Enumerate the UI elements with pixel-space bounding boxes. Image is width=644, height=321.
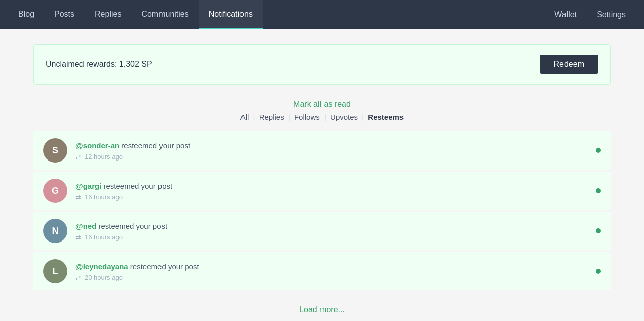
notification-body: @leynedayana resteemed your post⇄20 hour… bbox=[75, 261, 588, 282]
notification-body: @sonder-an resteemed your post⇄12 hours … bbox=[75, 140, 588, 161]
unread-dot bbox=[596, 228, 601, 233]
nav-item-posts[interactable]: Posts bbox=[44, 0, 85, 29]
unread-dot bbox=[596, 269, 601, 274]
notification-text: @ned resteemed your post bbox=[75, 221, 588, 231]
notification-time: ⇄16 hours ago bbox=[75, 193, 588, 201]
unread-dot bbox=[596, 148, 601, 153]
nav-item-wallet[interactable]: Wallet bbox=[544, 10, 587, 19]
unread-dot bbox=[596, 188, 601, 193]
notification-username[interactable]: @sonder-an bbox=[75, 141, 119, 150]
avatar: L bbox=[43, 259, 67, 283]
nav-item-blog[interactable]: Blog bbox=[8, 0, 44, 29]
main-content: Unclaimed rewards: 1.302 SP Redeem Mark … bbox=[25, 29, 619, 321]
nav-item-replies[interactable]: Replies bbox=[85, 0, 131, 29]
nav-item-settings[interactable]: Settings bbox=[587, 10, 636, 19]
filter-link-upvotes[interactable]: Upvotes bbox=[330, 113, 358, 121]
filter-separator: | bbox=[360, 113, 366, 121]
filter-link-follows[interactable]: Follows bbox=[294, 113, 320, 121]
time-text: 16 hours ago bbox=[85, 193, 123, 201]
notification-item[interactable]: G@gargi resteemed your post⇄16 hours ago bbox=[33, 172, 611, 210]
nav-item-communities[interactable]: Communities bbox=[131, 0, 198, 29]
notification-username[interactable]: @ned bbox=[75, 222, 96, 230]
notification-item[interactable]: N@ned resteemed your post⇄16 hours ago bbox=[33, 212, 611, 250]
mark-all-read-link[interactable]: Mark all as read bbox=[33, 100, 611, 109]
notification-username[interactable]: @gargi bbox=[75, 182, 101, 190]
notification-action: resteemed your post bbox=[101, 182, 172, 190]
retweet-icon: ⇄ bbox=[75, 153, 82, 161]
nav-right: WalletSettings bbox=[544, 0, 636, 29]
time-text: 20 hours ago bbox=[85, 274, 123, 281]
filter-link-resteems[interactable]: Resteems bbox=[368, 113, 404, 121]
time-text: 12 hours ago bbox=[85, 153, 123, 160]
notification-body: @gargi resteemed your post⇄16 hours ago bbox=[75, 181, 588, 201]
notification-username[interactable]: @leynedayana bbox=[75, 262, 128, 271]
notification-action: resteemed your post bbox=[128, 262, 199, 271]
navbar: BlogPostsRepliesCommunitiesNotifications… bbox=[0, 0, 644, 29]
filter-separator: | bbox=[322, 113, 328, 121]
filter-section: Mark all as read All | Replies | Follows… bbox=[33, 100, 611, 121]
notification-item[interactable]: L@leynedayana resteemed your post⇄20 hou… bbox=[33, 252, 611, 290]
avatar: N bbox=[43, 219, 67, 243]
avatar: G bbox=[43, 179, 67, 203]
notifications-list: S@sonder-an resteemed your post⇄12 hours… bbox=[33, 131, 611, 290]
retweet-icon: ⇄ bbox=[75, 233, 82, 242]
notification-text: @leynedayana resteemed your post bbox=[75, 261, 588, 272]
redeem-button[interactable]: Redeem bbox=[540, 55, 598, 74]
notification-time: ⇄20 hours ago bbox=[75, 274, 588, 282]
notification-time: ⇄16 hours ago bbox=[75, 233, 588, 242]
notification-text: @gargi resteemed your post bbox=[75, 181, 588, 191]
rewards-bar: Unclaimed rewards: 1.302 SP Redeem bbox=[33, 44, 611, 85]
filter-links: All | Replies | Follows | Upvotes | Rest… bbox=[33, 113, 611, 121]
load-more-section: Load more... bbox=[33, 305, 611, 314]
notification-body: @ned resteemed your post⇄16 hours ago bbox=[75, 221, 588, 242]
retweet-icon: ⇄ bbox=[75, 274, 82, 282]
notification-item[interactable]: S@sonder-an resteemed your post⇄12 hours… bbox=[33, 131, 611, 170]
filter-separator: | bbox=[286, 113, 292, 121]
time-text: 16 hours ago bbox=[85, 233, 123, 241]
avatar: S bbox=[43, 138, 67, 163]
notification-text: @sonder-an resteemed your post bbox=[75, 140, 588, 151]
filter-link-replies[interactable]: Replies bbox=[259, 113, 284, 121]
notification-action: resteemed your post bbox=[96, 222, 167, 230]
nav-item-notifications[interactable]: Notifications bbox=[199, 0, 263, 29]
rewards-text: Unclaimed rewards: 1.302 SP bbox=[46, 60, 152, 69]
load-more-link[interactable]: Load more... bbox=[299, 305, 345, 314]
filter-link-all[interactable]: All bbox=[240, 113, 249, 121]
notification-time: ⇄12 hours ago bbox=[75, 153, 588, 161]
notification-action: resteemed your post bbox=[119, 141, 190, 150]
filter-separator: | bbox=[251, 113, 257, 121]
nav-left: BlogPostsRepliesCommunitiesNotifications bbox=[8, 0, 263, 29]
retweet-icon: ⇄ bbox=[75, 193, 82, 201]
